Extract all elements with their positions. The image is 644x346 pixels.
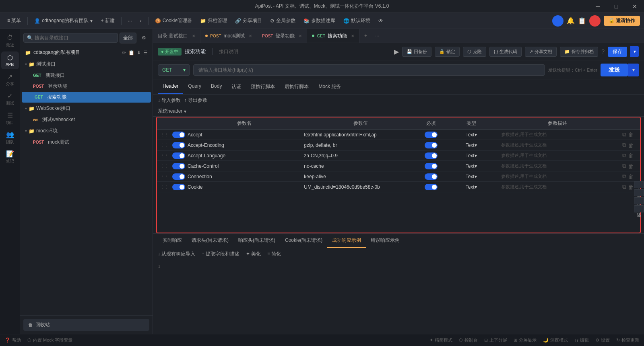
nav-apis[interactable]: ⬡ APIs	[1, 51, 19, 69]
editor-button[interactable]: Tr 编辑	[574, 337, 589, 343]
toggle-cell[interactable]	[171, 173, 186, 180]
drag-handle[interactable]: ⋮⋮	[157, 164, 171, 168]
group-test-api-header[interactable]: ▾ 📁 测试接口	[20, 58, 153, 70]
type-cell[interactable]: Text ▾	[443, 163, 500, 169]
backup-button[interactable]: 💾 回备份	[402, 47, 431, 57]
required-cell[interactable]	[419, 132, 443, 138]
lock-button[interactable]: 🔒 锁定	[435, 47, 460, 57]
desc-cell[interactable]: 参数描述,用于生成文档	[500, 173, 616, 179]
save-button[interactable]: 保存	[608, 47, 627, 57]
drag-handle[interactable]: ⋮⋮	[157, 185, 171, 189]
archive-button[interactable]: 📁 归档管理	[197, 16, 230, 26]
copy-icon[interactable]: 📋	[128, 50, 134, 56]
copy-row-button[interactable]: ⧉	[622, 152, 626, 159]
url-input[interactable]	[193, 64, 545, 76]
delete-row-button[interactable]: 🗑	[628, 163, 634, 169]
desc-cell[interactable]: 参数描述,用于生成文档	[500, 152, 616, 159]
param-db-button[interactable]: 📚 参数描述库	[300, 16, 339, 26]
search-box[interactable]: 🔍	[23, 33, 118, 43]
required-cell[interactable]	[419, 163, 443, 169]
drag-handle[interactable]: ⋮⋮	[157, 153, 171, 158]
right-label-desc2[interactable]: 述	[634, 205, 644, 212]
maximize-button[interactable]: □	[607, 0, 625, 13]
tab-auth[interactable]: 认证	[227, 80, 246, 94]
settings-icon[interactable]: ⚙	[138, 32, 149, 43]
copy-row-button[interactable]: ⧉	[622, 142, 626, 148]
group-websocket-header[interactable]: ▾ 📁 WebSocket接口	[20, 103, 153, 114]
bookmark-button[interactable]: 📋	[578, 17, 586, 25]
resp-tab-req-header[interactable]: 请求头(尚未请求)	[187, 234, 233, 248]
save-dropdown-button[interactable]: ▾	[630, 46, 639, 57]
sidebar-item-login[interactable]: POST 登录功能	[20, 81, 153, 92]
panel-display-button[interactable]: ⊞ 分屏显示	[514, 337, 537, 343]
collab-button[interactable]: 🔓 邀请协作	[604, 16, 640, 26]
delete-row-button[interactable]: 🗑	[628, 173, 634, 180]
delete-row-button[interactable]: 🗑	[628, 184, 634, 190]
nav-note[interactable]: 📝 笔记	[1, 148, 19, 166]
type-cell[interactable]: Text ▾	[443, 184, 500, 190]
tab-post-script[interactable]: 后执行脚本	[280, 80, 314, 94]
tab-pre-script[interactable]: 预执行脚本	[246, 80, 280, 94]
copy-row-button[interactable]: ⧉	[622, 183, 626, 190]
toggle-cell[interactable]	[171, 152, 186, 159]
toggle-switch[interactable]	[172, 184, 185, 190]
sidebar-item-mock-test[interactable]: POST mock测试	[20, 137, 153, 148]
share-project-button[interactable]: 🔗 分享项目	[232, 16, 265, 26]
tab-mock-test[interactable]: POST mock测试 ✕	[200, 29, 257, 43]
generate-code-button[interactable]: { } 生成代码	[489, 47, 522, 57]
sidebar-item-search[interactable]: GET 搜索功能	[22, 92, 151, 103]
required-cell[interactable]	[419, 142, 443, 148]
method-select[interactable]: GET ▾	[158, 64, 190, 76]
tab-mock-service[interactable]: Mock 服务	[314, 80, 346, 94]
settings-button[interactable]: ⚙ 设置	[595, 337, 610, 343]
resp-tab-cookie[interactable]: Cookie(尚未请求)	[280, 234, 327, 248]
clone-button[interactable]: ⬡ 克隆	[463, 47, 486, 57]
tab-more-button[interactable]: ···	[372, 29, 382, 43]
sync-button[interactable]	[552, 15, 564, 27]
avatar[interactable]	[589, 15, 601, 27]
nav-test[interactable]: ✓ 测试	[1, 90, 19, 108]
env-button[interactable]: 🌐 默认环境	[340, 16, 374, 26]
required-toggle[interactable]	[425, 173, 438, 180]
dark-mode-button[interactable]: 🌙 深夜模式	[543, 337, 568, 343]
type-cell[interactable]: Text ▾	[443, 153, 500, 159]
menu-button[interactable]: ≡ 菜单	[4, 16, 24, 26]
export-params-button[interactable]: ↑ 导出参数	[184, 97, 207, 104]
toggle-cell[interactable]	[171, 132, 186, 138]
delete-row-button[interactable]: 🗑	[628, 142, 634, 148]
required-cell[interactable]	[419, 184, 443, 190]
more-button[interactable]: ···	[125, 16, 135, 25]
toggle-switch[interactable]	[172, 173, 185, 180]
close-button[interactable]: ✕	[625, 0, 644, 13]
resp-tab-resp-header[interactable]: 响应头(尚未请求)	[233, 234, 280, 248]
type-cell[interactable]: Text ▾	[443, 132, 500, 138]
toggle-cell[interactable]	[171, 142, 186, 148]
drag-handle[interactable]: ⋮⋮	[157, 132, 171, 137]
beautify-button[interactable]: ✦ 美化	[246, 251, 261, 257]
desc-cell[interactable]: 参数描述,用于生成文档	[500, 184, 616, 190]
sidebar-item-websocket[interactable]: ws 测试websocket	[20, 114, 153, 125]
tab-close-search[interactable]: ✕	[351, 34, 354, 38]
import-from-response-button[interactable]: ↓ 从现有响应导入	[158, 251, 195, 257]
split-view-button[interactable]: ⊟ 上下分屏	[484, 337, 507, 343]
type-cell[interactable]: Text ▾	[443, 142, 500, 148]
required-toggle[interactable]	[425, 184, 438, 190]
send-button[interactable]: 发送	[601, 64, 628, 76]
delete-row-button[interactable]: 🗑	[628, 152, 634, 159]
back-button[interactable]: ‹	[137, 16, 145, 25]
required-cell[interactable]	[419, 173, 443, 180]
send-dropdown-button[interactable]: ▾	[628, 64, 639, 76]
toggle-switch[interactable]	[172, 163, 185, 169]
copy-row-button[interactable]: ⧉	[622, 163, 626, 169]
toggle-cell[interactable]	[171, 163, 186, 169]
download-icon[interactable]: ⬇	[137, 50, 141, 56]
delete-row-button[interactable]: 🗑	[628, 132, 634, 138]
system-header-toggle[interactable]: 系统header ▾	[153, 106, 644, 117]
copy-row-button[interactable]: ⧉	[622, 173, 626, 180]
nav-share[interactable]: ↗ 分享	[1, 71, 19, 89]
precision-mode-button[interactable]: ✦ 精简模式	[429, 337, 452, 343]
tab-header[interactable]: Header	[158, 80, 183, 94]
search-input[interactable]	[35, 35, 114, 41]
edit-icon[interactable]: ✏	[122, 50, 126, 56]
share-doc-button[interactable]: ↗ 分享文档	[525, 47, 557, 57]
